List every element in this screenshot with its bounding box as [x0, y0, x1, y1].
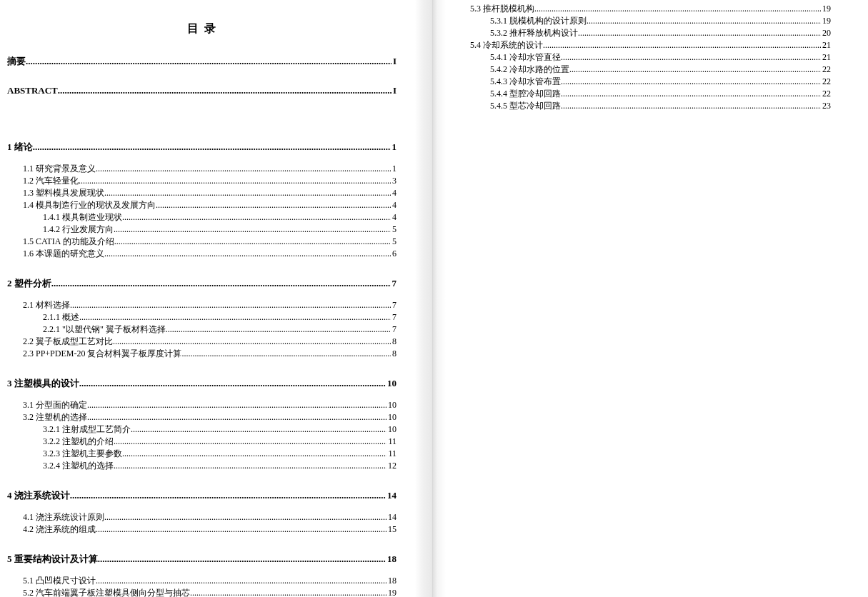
toc-page: 10 [386, 423, 396, 436]
toc-page: 22 [821, 88, 831, 100]
toc-entry: 5.3.2 推杆释放机构设计..........................… [454, 27, 831, 39]
toc-label: 3.2.1 注射成型工艺简介 [43, 423, 131, 436]
toc-entry: 3.2.1 注射成型工艺简介..........................… [7, 423, 396, 436]
toc-page: 23 [821, 100, 831, 112]
toc-dots: ........................................… [96, 523, 386, 536]
toc-page: 21 [821, 39, 831, 51]
toc-page: 3 [391, 175, 396, 187]
toc-label: 4 浇注系统设计 [7, 489, 70, 501]
toc-dots: ........................................… [87, 399, 386, 411]
toc-entry: 1 绪论....................................… [7, 141, 396, 153]
toc-dots: ........................................… [51, 277, 391, 289]
toc-page: 7 [391, 323, 396, 336]
toc-entry: 2.1 材料选择................................… [7, 299, 396, 311]
toc-dots: ........................................… [131, 423, 386, 436]
toc-entry: 3 注塑模具的设计...............................… [7, 377, 396, 389]
toc-dots: ........................................… [33, 141, 391, 153]
toc-entry: 5.4.5 型芯冷却回路............................… [454, 100, 831, 112]
toc-dots: ........................................… [114, 236, 391, 248]
toc-page: 6 [391, 248, 396, 260]
toc-entry: 2.2 翼子板成型工艺对比...........................… [7, 336, 396, 348]
toc-label: 2.1.1 概述 [43, 311, 79, 323]
toc-title: 目 录 [7, 21, 396, 36]
toc-dots: ........................................… [561, 51, 821, 64]
toc-dots: ........................................… [104, 248, 391, 260]
toc-dots: ........................................… [113, 336, 391, 348]
toc-page: 19 [821, 3, 831, 15]
toc-dots: ........................................… [166, 323, 391, 336]
toc-entry: 1.3 塑料模具发展现状............................… [7, 187, 396, 199]
toc-label: 2.2.1 "以塑代钢" 翼子板材料选择 [43, 323, 166, 336]
toc-entry: ABSTRACT................................… [7, 84, 396, 96]
toc-right-list: 5.3 推杆脱模机构..............................… [454, 3, 831, 112]
toc-page: 19 [821, 15, 831, 27]
toc-label: 1.3 塑料模具发展现状 [23, 187, 104, 199]
toc-label: 2.2 翼子板成型工艺对比 [23, 336, 113, 348]
toc-entry: 3.2.4 注塑机的选择............................… [7, 460, 396, 472]
toc-page: 7 [391, 311, 396, 323]
toc-label: 5.3.2 推杆释放机构设计 [490, 27, 578, 39]
toc-page: 5 [391, 224, 396, 236]
toc-page: 15 [386, 523, 396, 536]
toc-dots: ........................................… [104, 511, 386, 523]
toc-page: I [391, 55, 396, 67]
toc-page: 18 [386, 575, 396, 587]
toc-page: 11 [386, 436, 396, 448]
toc-label: 5.3 推杆脱模机构 [470, 3, 534, 15]
toc-page: 10 [386, 399, 396, 411]
toc-label: 1.4.2 行业发展方向 [43, 224, 114, 236]
toc-page: 20 [821, 27, 831, 39]
toc-page: 4 [391, 199, 396, 211]
toc-dots: ........................................… [190, 587, 386, 597]
toc-entry: 4.2 浇注系统的组成.............................… [7, 523, 396, 536]
toc-entry: 5.4.3 冷却水管布置............................… [454, 76, 831, 88]
toc-page: 5 [391, 236, 396, 248]
toc-entry: 3.2 注塑机的选择..............................… [7, 411, 396, 423]
toc-dots: ........................................… [87, 411, 386, 423]
toc-page: 10 [386, 377, 396, 389]
toc-entry: 1.2 汽车轻量化...............................… [7, 175, 396, 187]
toc-entry: 2.1.1 概述................................… [7, 311, 396, 323]
toc-page: 22 [821, 76, 831, 88]
toc-dots: ........................................… [561, 88, 821, 100]
toc-dots: ........................................… [96, 575, 386, 587]
toc-dots: ........................................… [79, 377, 386, 389]
toc-entry: 5.4 冷却系统的设计.............................… [454, 39, 831, 51]
toc-dots: ........................................… [181, 348, 391, 360]
toc-label: 1.6 本课题的研究意义 [23, 248, 104, 260]
toc-entry: 5.4.4 型腔冷却回路............................… [454, 88, 831, 100]
toc-dots: ........................................… [561, 100, 821, 112]
toc-entry: 4.1 浇注系统设计原则............................… [7, 511, 396, 523]
toc-entry: 3.2.2 注塑机的介绍............................… [7, 436, 396, 448]
page-right: 5.3 推杆脱模机构..............................… [432, 0, 867, 597]
toc-entry: 5.4.1 冷却水管直径............................… [454, 51, 831, 64]
toc-label: 1 绪论 [7, 141, 33, 153]
toc-label: 5.4.4 型腔冷却回路 [490, 88, 561, 100]
toc-label: 5.4 冷却系统的设计 [470, 39, 543, 51]
toc-page: 7 [391, 299, 396, 311]
toc-left-list: 摘要......................................… [7, 55, 396, 597]
toc-label: 5.4.3 冷却水管布置 [490, 76, 561, 88]
toc-label: 5.2 汽车前端翼子板注塑模具侧向分型与抽芯 [23, 587, 190, 597]
toc-label: 2 塑件分析 [7, 277, 51, 289]
toc-page: 12 [386, 460, 396, 472]
toc-label: 3.2.4 注塑机的选择 [43, 460, 114, 472]
toc-dots: ........................................… [561, 76, 821, 88]
toc-label: 1.4.1 模具制造业现状 [43, 211, 122, 224]
toc-label: 5 重要结构设计及计算 [7, 553, 98, 565]
toc-entry: 5.3 推杆脱模机构..............................… [454, 3, 831, 15]
toc-dots: ........................................… [122, 448, 386, 460]
toc-dots: ........................................… [96, 163, 391, 175]
toc-page: 10 [386, 411, 396, 423]
toc-dots: ........................................… [114, 436, 386, 448]
toc-dots: ........................................… [79, 175, 391, 187]
toc-entry: 3.2.3 注塑机主要参数...........................… [7, 448, 396, 460]
toc-entry: 4 浇注系统设计................................… [7, 489, 396, 501]
toc-label: 5.1 凸凹模尺寸设计 [23, 575, 96, 587]
toc-label: 1.5 CATIA 的功能及介绍 [23, 236, 114, 248]
toc-dots: ........................................… [578, 27, 821, 39]
toc-label: 1.1 研究背景及意义 [23, 163, 96, 175]
toc-dots: ........................................… [114, 224, 391, 236]
toc-page: 21 [821, 51, 831, 64]
toc-page: 11 [386, 448, 396, 460]
